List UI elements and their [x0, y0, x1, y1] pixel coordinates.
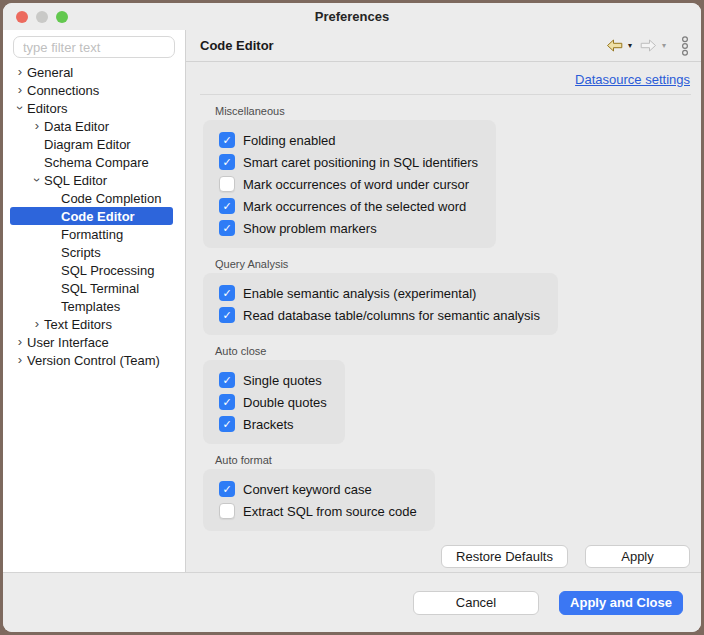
group-label: Auto format: [215, 454, 691, 466]
divider: [200, 94, 691, 95]
sidebar-item-connections[interactable]: Connections: [10, 81, 173, 99]
zoom-button[interactable]: [56, 11, 68, 23]
sidebar-item-code-editor[interactable]: Code Editor: [10, 207, 173, 225]
tree-spacer: [47, 279, 61, 297]
checkbox[interactable]: [219, 198, 235, 214]
chevron-right-icon[interactable]: [13, 81, 27, 99]
preferences-sidebar: General Connections Editors Data Editor …: [3, 30, 186, 572]
chevron-down-icon[interactable]: [30, 171, 44, 189]
tree-spacer: [47, 189, 61, 207]
group-box: Single quotes Double quotes Brackets: [203, 360, 345, 444]
chevron-right-icon[interactable]: [13, 63, 27, 81]
sidebar-item-label: Templates: [61, 299, 120, 314]
checkbox[interactable]: [219, 285, 235, 301]
apply-button[interactable]: Apply: [585, 545, 690, 568]
checkbox-label: Show problem markers: [243, 221, 377, 236]
checkbox-label: Convert keyword case: [243, 482, 372, 497]
checkbox-label: Enable semantic analysis (experimental): [243, 286, 476, 301]
group-miscellaneous: Miscellaneous Folding enabled Smart care…: [203, 105, 691, 248]
group-auto-format: Auto format Convert keyword case Extract…: [203, 454, 691, 531]
sidebar-item-label: Diagram Editor: [44, 137, 131, 152]
sidebar-item-user-interface[interactable]: User Interface: [10, 333, 173, 351]
setting-row: Folding enabled: [219, 132, 478, 148]
checkbox[interactable]: [219, 503, 235, 519]
overflow-menu-icon[interactable]: [681, 36, 689, 56]
minimize-button[interactable]: [36, 11, 48, 23]
group-box: Folding enabled Smart caret positioning …: [203, 120, 496, 248]
sidebar-item-schema-compare[interactable]: Schema Compare: [10, 153, 173, 171]
group-label: Miscellaneous: [215, 105, 691, 117]
setting-row: Mark occurrences of word under cursor: [219, 176, 478, 192]
checkbox-label: Double quotes: [243, 395, 327, 410]
checkbox-label: Mark occurrences of the selected word: [243, 199, 466, 214]
sidebar-item-data-editor[interactable]: Data Editor: [10, 117, 173, 135]
setting-row: Mark occurrences of the selected word: [219, 198, 478, 214]
sidebar-item-formatting[interactable]: Formatting: [10, 225, 173, 243]
chevron-right-icon[interactable]: [30, 117, 44, 135]
sidebar-item-label: Formatting: [61, 227, 123, 242]
window-title: Preferences: [3, 9, 701, 24]
datasource-settings-link[interactable]: Datasource settings: [575, 72, 690, 87]
sidebar-item-text-editors[interactable]: Text Editors: [10, 315, 173, 333]
forward-dropdown-icon[interactable]: ▾: [662, 41, 666, 50]
restore-defaults-button[interactable]: Restore Defaults: [441, 545, 568, 568]
setting-row: Read database table/columns for semantic…: [219, 307, 540, 323]
tree-spacer: [47, 297, 61, 315]
sidebar-item-label: User Interface: [27, 335, 109, 350]
checkbox[interactable]: [219, 220, 235, 236]
group-auto-close: Auto close Single quotes Double quotes: [203, 345, 691, 444]
sidebar-item-editors[interactable]: Editors: [10, 99, 173, 117]
tree-spacer: [30, 135, 44, 153]
checkbox-label: Mark occurrences of word under cursor: [243, 177, 469, 192]
sidebar-item-label: Code Editor: [61, 209, 135, 224]
sidebar-item-sql-terminal[interactable]: SQL Terminal: [10, 279, 173, 297]
group-label: Query Analysis: [215, 258, 691, 270]
preferences-window: Preferences General Connections Editors: [3, 3, 701, 632]
sidebar-item-diagram-editor[interactable]: Diagram Editor: [10, 135, 173, 153]
checkbox[interactable]: [219, 307, 235, 323]
sidebar-item-label: SQL Terminal: [61, 281, 139, 296]
setting-row: Enable semantic analysis (experimental): [219, 285, 540, 301]
group-box: Convert keyword case Extract SQL from so…: [203, 469, 435, 531]
setting-row: Convert keyword case: [219, 481, 417, 497]
chevron-right-icon[interactable]: [13, 351, 27, 369]
checkbox[interactable]: [219, 394, 235, 410]
sidebar-item-label: Data Editor: [44, 119, 109, 134]
chevron-down-icon[interactable]: [13, 99, 27, 117]
tree-spacer: [47, 207, 61, 225]
tree-spacer: [47, 243, 61, 261]
back-dropdown-icon[interactable]: ▾: [628, 41, 632, 50]
sidebar-item-scripts[interactable]: Scripts: [10, 243, 173, 261]
sidebar-item-templates[interactable]: Templates: [10, 297, 173, 315]
filter-input[interactable]: [13, 36, 175, 58]
checkbox-label: Folding enabled: [243, 133, 336, 148]
back-icon[interactable]: [606, 39, 623, 52]
checkbox[interactable]: [219, 372, 235, 388]
sidebar-item-label: Version Control (Team): [27, 353, 160, 368]
checkbox[interactable]: [219, 132, 235, 148]
forward-icon[interactable]: [640, 39, 657, 52]
sidebar-item-code-completion[interactable]: Code Completion: [10, 189, 173, 207]
group-query-analysis: Query Analysis Enable semantic analysis …: [203, 258, 691, 335]
sidebar-item-sql-editor[interactable]: SQL Editor: [10, 171, 173, 189]
sidebar-item-general[interactable]: General: [10, 63, 173, 81]
setting-row: Single quotes: [219, 372, 327, 388]
close-button[interactable]: [16, 11, 28, 23]
checkbox[interactable]: [219, 481, 235, 497]
checkbox[interactable]: [219, 154, 235, 170]
sidebar-item-label: Schema Compare: [44, 155, 149, 170]
tree-spacer: [47, 225, 61, 243]
cancel-button[interactable]: Cancel: [413, 591, 539, 615]
apply-and-close-button[interactable]: Apply and Close: [559, 591, 683, 615]
checkbox-label: Smart caret positioning in SQL identifie…: [243, 155, 478, 170]
chevron-right-icon[interactable]: [13, 333, 27, 351]
checkbox-label: Brackets: [243, 417, 294, 432]
sidebar-item-sql-processing[interactable]: SQL Processing: [10, 261, 173, 279]
main-panel: Code Editor ▾ ▾ Datasou: [186, 30, 701, 572]
checkbox[interactable]: [219, 176, 235, 192]
chevron-right-icon[interactable]: [30, 315, 44, 333]
sidebar-item-version-control[interactable]: Version Control (Team): [10, 351, 173, 369]
checkbox[interactable]: [219, 416, 235, 432]
page-title: Code Editor: [200, 38, 606, 53]
sidebar-item-label: Code Completion: [61, 191, 161, 206]
